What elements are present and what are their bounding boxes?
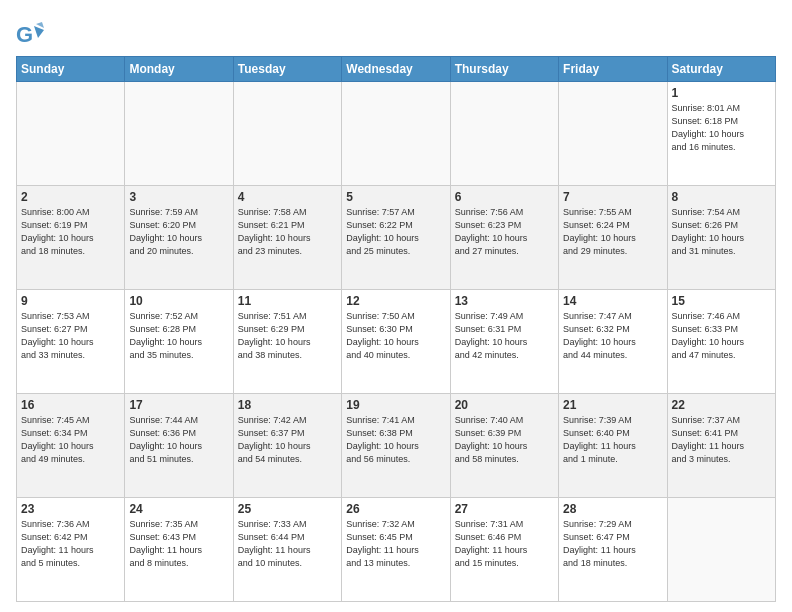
- day-number: 25: [238, 502, 337, 516]
- weekday-header-saturday: Saturday: [667, 57, 775, 82]
- calendar-cell: [233, 82, 341, 186]
- day-number: 20: [455, 398, 554, 412]
- day-info: Sunrise: 7:50 AM Sunset: 6:30 PM Dayligh…: [346, 310, 445, 362]
- calendar-cell: 2Sunrise: 8:00 AM Sunset: 6:19 PM Daylig…: [17, 186, 125, 290]
- day-number: 5: [346, 190, 445, 204]
- weekday-header-friday: Friday: [559, 57, 667, 82]
- day-info: Sunrise: 7:47 AM Sunset: 6:32 PM Dayligh…: [563, 310, 662, 362]
- day-number: 19: [346, 398, 445, 412]
- calendar-cell: 10Sunrise: 7:52 AM Sunset: 6:28 PM Dayli…: [125, 290, 233, 394]
- calendar-cell: 26Sunrise: 7:32 AM Sunset: 6:45 PM Dayli…: [342, 498, 450, 602]
- calendar-cell: 28Sunrise: 7:29 AM Sunset: 6:47 PM Dayli…: [559, 498, 667, 602]
- weekday-header-monday: Monday: [125, 57, 233, 82]
- calendar-cell: 23Sunrise: 7:36 AM Sunset: 6:42 PM Dayli…: [17, 498, 125, 602]
- calendar-cell: 24Sunrise: 7:35 AM Sunset: 6:43 PM Dayli…: [125, 498, 233, 602]
- day-number: 18: [238, 398, 337, 412]
- day-number: 28: [563, 502, 662, 516]
- day-info: Sunrise: 7:46 AM Sunset: 6:33 PM Dayligh…: [672, 310, 771, 362]
- calendar-cell: 21Sunrise: 7:39 AM Sunset: 6:40 PM Dayli…: [559, 394, 667, 498]
- calendar-cell: 11Sunrise: 7:51 AM Sunset: 6:29 PM Dayli…: [233, 290, 341, 394]
- calendar-cell: 16Sunrise: 7:45 AM Sunset: 6:34 PM Dayli…: [17, 394, 125, 498]
- day-info: Sunrise: 7:40 AM Sunset: 6:39 PM Dayligh…: [455, 414, 554, 466]
- day-info: Sunrise: 7:58 AM Sunset: 6:21 PM Dayligh…: [238, 206, 337, 258]
- day-number: 8: [672, 190, 771, 204]
- svg-marker-2: [36, 22, 44, 28]
- day-info: Sunrise: 7:31 AM Sunset: 6:46 PM Dayligh…: [455, 518, 554, 570]
- calendar-cell: 9Sunrise: 7:53 AM Sunset: 6:27 PM Daylig…: [17, 290, 125, 394]
- day-number: 11: [238, 294, 337, 308]
- day-number: 9: [21, 294, 120, 308]
- day-number: 15: [672, 294, 771, 308]
- calendar: SundayMondayTuesdayWednesdayThursdayFrid…: [16, 56, 776, 602]
- day-info: Sunrise: 7:39 AM Sunset: 6:40 PM Dayligh…: [563, 414, 662, 466]
- calendar-cell: 18Sunrise: 7:42 AM Sunset: 6:37 PM Dayli…: [233, 394, 341, 498]
- day-info: Sunrise: 7:33 AM Sunset: 6:44 PM Dayligh…: [238, 518, 337, 570]
- day-info: Sunrise: 7:35 AM Sunset: 6:43 PM Dayligh…: [129, 518, 228, 570]
- day-info: Sunrise: 7:45 AM Sunset: 6:34 PM Dayligh…: [21, 414, 120, 466]
- svg-marker-1: [34, 26, 44, 38]
- day-info: Sunrise: 7:53 AM Sunset: 6:27 PM Dayligh…: [21, 310, 120, 362]
- calendar-cell: 22Sunrise: 7:37 AM Sunset: 6:41 PM Dayli…: [667, 394, 775, 498]
- weekday-header-thursday: Thursday: [450, 57, 558, 82]
- day-number: 3: [129, 190, 228, 204]
- day-number: 13: [455, 294, 554, 308]
- weekday-header-row: SundayMondayTuesdayWednesdayThursdayFrid…: [17, 57, 776, 82]
- day-number: 16: [21, 398, 120, 412]
- day-number: 4: [238, 190, 337, 204]
- calendar-cell: 20Sunrise: 7:40 AM Sunset: 6:39 PM Dayli…: [450, 394, 558, 498]
- calendar-cell: 8Sunrise: 7:54 AM Sunset: 6:26 PM Daylig…: [667, 186, 775, 290]
- day-info: Sunrise: 7:51 AM Sunset: 6:29 PM Dayligh…: [238, 310, 337, 362]
- day-number: 22: [672, 398, 771, 412]
- day-info: Sunrise: 7:44 AM Sunset: 6:36 PM Dayligh…: [129, 414, 228, 466]
- calendar-cell: 1Sunrise: 8:01 AM Sunset: 6:18 PM Daylig…: [667, 82, 775, 186]
- day-number: 17: [129, 398, 228, 412]
- day-number: 12: [346, 294, 445, 308]
- calendar-cell: 19Sunrise: 7:41 AM Sunset: 6:38 PM Dayli…: [342, 394, 450, 498]
- day-number: 27: [455, 502, 554, 516]
- calendar-cell: 15Sunrise: 7:46 AM Sunset: 6:33 PM Dayli…: [667, 290, 775, 394]
- day-info: Sunrise: 7:37 AM Sunset: 6:41 PM Dayligh…: [672, 414, 771, 466]
- calendar-cell: [342, 82, 450, 186]
- calendar-cell: [450, 82, 558, 186]
- calendar-cell: 17Sunrise: 7:44 AM Sunset: 6:36 PM Dayli…: [125, 394, 233, 498]
- day-info: Sunrise: 7:32 AM Sunset: 6:45 PM Dayligh…: [346, 518, 445, 570]
- day-number: 6: [455, 190, 554, 204]
- day-number: 21: [563, 398, 662, 412]
- calendar-cell: 7Sunrise: 7:55 AM Sunset: 6:24 PM Daylig…: [559, 186, 667, 290]
- week-row-1: 2Sunrise: 8:00 AM Sunset: 6:19 PM Daylig…: [17, 186, 776, 290]
- calendar-cell: 27Sunrise: 7:31 AM Sunset: 6:46 PM Dayli…: [450, 498, 558, 602]
- day-info: Sunrise: 7:56 AM Sunset: 6:23 PM Dayligh…: [455, 206, 554, 258]
- day-info: Sunrise: 7:49 AM Sunset: 6:31 PM Dayligh…: [455, 310, 554, 362]
- week-row-0: 1Sunrise: 8:01 AM Sunset: 6:18 PM Daylig…: [17, 82, 776, 186]
- logo-icon: G: [16, 20, 44, 48]
- calendar-cell: 4Sunrise: 7:58 AM Sunset: 6:21 PM Daylig…: [233, 186, 341, 290]
- logo: G: [16, 20, 46, 48]
- week-row-2: 9Sunrise: 7:53 AM Sunset: 6:27 PM Daylig…: [17, 290, 776, 394]
- day-info: Sunrise: 7:42 AM Sunset: 6:37 PM Dayligh…: [238, 414, 337, 466]
- calendar-cell: 25Sunrise: 7:33 AM Sunset: 6:44 PM Dayli…: [233, 498, 341, 602]
- svg-text:G: G: [16, 22, 33, 47]
- calendar-cell: [667, 498, 775, 602]
- day-info: Sunrise: 7:36 AM Sunset: 6:42 PM Dayligh…: [21, 518, 120, 570]
- day-number: 23: [21, 502, 120, 516]
- day-info: Sunrise: 8:01 AM Sunset: 6:18 PM Dayligh…: [672, 102, 771, 154]
- day-number: 2: [21, 190, 120, 204]
- calendar-cell: 13Sunrise: 7:49 AM Sunset: 6:31 PM Dayli…: [450, 290, 558, 394]
- day-number: 24: [129, 502, 228, 516]
- day-info: Sunrise: 7:54 AM Sunset: 6:26 PM Dayligh…: [672, 206, 771, 258]
- calendar-cell: 14Sunrise: 7:47 AM Sunset: 6:32 PM Dayli…: [559, 290, 667, 394]
- day-info: Sunrise: 7:55 AM Sunset: 6:24 PM Dayligh…: [563, 206, 662, 258]
- weekday-header-wednesday: Wednesday: [342, 57, 450, 82]
- calendar-cell: [559, 82, 667, 186]
- week-row-3: 16Sunrise: 7:45 AM Sunset: 6:34 PM Dayli…: [17, 394, 776, 498]
- day-number: 10: [129, 294, 228, 308]
- weekday-header-sunday: Sunday: [17, 57, 125, 82]
- header: G: [16, 16, 776, 48]
- calendar-cell: 12Sunrise: 7:50 AM Sunset: 6:30 PM Dayli…: [342, 290, 450, 394]
- day-number: 7: [563, 190, 662, 204]
- calendar-cell: [17, 82, 125, 186]
- day-info: Sunrise: 7:59 AM Sunset: 6:20 PM Dayligh…: [129, 206, 228, 258]
- day-number: 26: [346, 502, 445, 516]
- calendar-cell: [125, 82, 233, 186]
- weekday-header-tuesday: Tuesday: [233, 57, 341, 82]
